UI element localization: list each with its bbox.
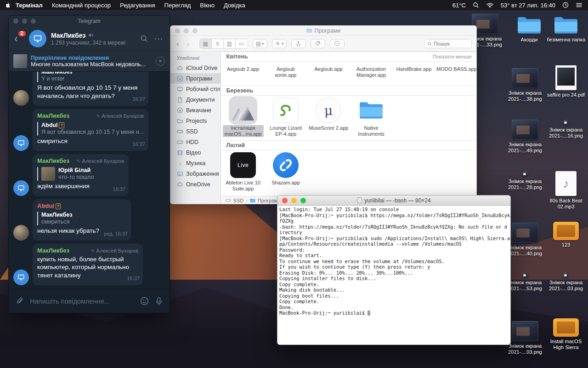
file-item[interactable]: Aegisub копія.app [265,63,307,83]
sidebar-item-applications[interactable]: A Програми [170,73,220,84]
terminal-titlebar[interactable]: yuriibilai — -bash — 80×24 [277,196,510,206]
menu-item-window[interactable]: Вікно [195,2,219,9]
sidebar-item-123[interactable]: 123 [170,201,220,204]
icon-view-button[interactable]: ▦ [200,39,212,48]
sender-name[interactable]: МакЛикбез [37,112,69,120]
file-item[interactable]: Authorization Manager.app [350,63,393,83]
desktop-file-screenshot[interactable]: Знімок екрана 2021-....38.png [505,68,545,102]
desktop-file-screenshot[interactable]: Знімок екрана 2021-....03.png [546,272,586,292]
desktop-external-drive[interactable]: Install macOS High Sierra [546,318,586,351]
menu-item-shell[interactable]: Командний процесор [47,2,115,9]
finder-titlebar[interactable]: Програми [170,26,476,36]
file-item[interactable]: Shazam.app [265,152,307,192]
close-icon[interactable]: × [156,57,165,66]
path-item[interactable]: SSD [233,198,244,203]
emoji-icon[interactable] [140,296,149,306]
menu-item-edit[interactable]: Редагування [115,2,160,9]
back-button[interactable]: ‹ [175,39,181,48]
chat-info[interactable]: МакЛикбез 1 293 учасники, 342 в мережі [51,32,136,46]
avatar[interactable] [13,270,29,285]
sidebar-item-projects[interactable]: Projects [170,115,220,126]
sender-name[interactable]: Abdul [37,202,54,209]
window-controls[interactable] [13,19,36,24]
telegram-titlebar[interactable]: Telegram [9,16,170,27]
action-menu-button[interactable]: ▾ [272,39,287,48]
microphone-icon[interactable] [155,297,163,306]
window-controls[interactable] [282,198,306,203]
more-menu-icon[interactable]: ⋯ [153,33,164,44]
sidebar-item-icloud[interactable]: iCloud Drive [170,63,220,73]
desktop-file-screenshot[interactable]: Знімок екрана 2021-....28.png [505,171,545,190]
file-item[interactable]: Aegisub.app [307,63,350,83]
gallery-view-button[interactable]: ▭ [236,39,248,48]
zoom-button[interactable] [300,198,306,203]
menu-bar-clock[interactable]: 53° вт 27 лип. 16:40 [501,2,555,9]
share-button[interactable] [291,39,306,48]
message[interactable]: Abdul? МакЛикбезсмириться нельзя никак у… [13,199,165,241]
reply-quote[interactable]: Юрій Білайчто-то пошло [37,167,124,181]
menu-item-view[interactable]: Перегляд [160,2,196,9]
finder-window[interactable]: Програми ‹ › ▦ ≡ ▥ ▭ ▤▾ ▾ i [170,25,477,204]
close-button[interactable] [13,19,18,24]
close-button[interactable] [175,28,180,33]
avatar[interactable] [13,180,29,196]
desktop-file-screenshot[interactable]: Знімок екрана 2021-....49.png [505,120,545,154]
desktop-folder[interactable]: Акорди [509,16,549,43]
desktop-folder[interactable]: безіменна папка [546,16,586,43]
file-item[interactable]: Aegisub 2.app [222,63,265,83]
edit-tags-button[interactable] [311,39,325,48]
message[interactable]: Abdul? МакЛикбезY и enter Я вот обновилс… [13,72,165,106]
minimize-button[interactable] [22,19,27,24]
file-item[interactable]: MuseScore 2.app [307,98,350,138]
close-button[interactable] [282,198,288,203]
notification-center-icon[interactable] [576,2,582,8]
zoom-button[interactable] [192,28,198,33]
menu-item-app[interactable]: Термінал [11,2,47,9]
message[interactable]: МакЛикбезАлексей Бухаров Abdul?Я вот обн… [13,109,165,151]
view-switcher[interactable]: ▦ ≡ ▥ ▭ [199,39,248,49]
desktop-file-screenshot[interactable]: Знімок екрана 2021-....40.png [505,223,545,257]
spotlight-search-icon[interactable] [473,2,479,8]
desktop-file-screenshot[interactable]: Знімок екрана 2021-....53.png [505,272,545,292]
list-view-button[interactable]: ≡ [212,39,224,48]
terminal-window[interactable]: yuriibilai — -bash — 80×24 Last login: T… [277,195,511,345]
terminal-output[interactable]: Last login: Tue Jul 27 15:48:19 on conso… [277,206,510,317]
sidebar-item-documents[interactable]: Документи [170,94,220,105]
desktop-file-screenshot[interactable]: Знімок екрана 2021-....16.png [546,120,586,139]
sidebar-item-desktop[interactable]: Робочий стіл [170,84,220,94]
message[interactable]: МакЛикбезАлексей Бухаров купить новый, б… [13,244,165,285]
reply-quote[interactable]: МакЛикбезY и enter [37,72,144,82]
avatar[interactable] [13,225,29,241]
message-list[interactable]: что-то пошло116:36 Abdul? МакЛикбезY и e… [9,72,170,289]
desktop-file-pdf[interactable]: saffire pro 24.pdf [546,65,586,98]
file-item-selected[interactable]: Інсталяція macOS...rra.app [222,98,265,138]
desktop-file-screenshot[interactable]: Знімок екрана 2021-....03.png [505,321,545,355]
sidebar-item-ssd[interactable]: SSD [170,126,220,137]
get-info-button[interactable]: i [330,39,345,48]
search-input[interactable] [434,41,468,46]
window-controls[interactable] [175,28,198,33]
forward-button[interactable]: › [185,39,191,48]
clock-widget-icon[interactable] [562,2,569,8]
avatar[interactable] [13,90,29,106]
sidebar-item-downloads[interactable]: Викачане [170,105,220,115]
file-item[interactable]: Ableton Live 10 Suite.app [222,152,265,192]
wifi-icon[interactable] [486,2,494,8]
apple-menu-icon[interactable] [5,1,11,9]
file-item[interactable]: Native Instruments [350,98,393,138]
attach-icon[interactable] [15,297,24,306]
back-button[interactable]: ‹ 2 [14,33,24,44]
search-icon[interactable] [140,34,148,43]
cpu-temperature[interactable]: 61°C [452,2,466,9]
message-input[interactable]: Напишіть повідомлення... [30,298,134,305]
zoom-button[interactable] [31,19,36,24]
file-item[interactable]: MODO BASS.app [435,63,477,83]
sidebar-item-hdd[interactable]: HDD [170,137,220,147]
telegram-window[interactable]: Telegram ‹ 2 МакЛикбез 1 293 учасники, 3… [8,15,170,313]
reply-quote[interactable]: Abdul?Я вот обновился до 10 15 7 у меня … [37,122,144,136]
show-less-link[interactable]: Показати менше [433,54,472,59]
avatar[interactable] [13,135,29,151]
reply-quote[interactable]: МакЛикбезсмириться [37,212,126,225]
minimize-button[interactable] [184,28,189,33]
chat-avatar[interactable] [29,30,46,47]
